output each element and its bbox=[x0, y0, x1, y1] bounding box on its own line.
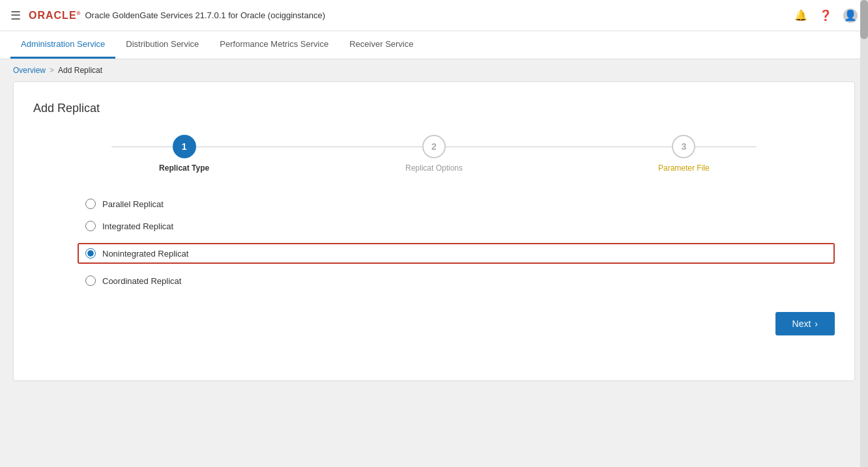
tab-distribution-service[interactable]: Distribution Service bbox=[115, 31, 209, 59]
stepper: 1 Replicat Type 2 Replicat Options 3 Par… bbox=[33, 135, 835, 173]
breadcrumb-overview[interactable]: Overview bbox=[13, 66, 46, 75]
stepper-item-2: 2 Replicat Options bbox=[309, 135, 558, 173]
stepper-item-3: 3 Parameter File bbox=[559, 135, 809, 173]
step-circle-3: 3 bbox=[672, 135, 695, 158]
radio-parallel-input[interactable] bbox=[85, 199, 96, 209]
radio-nonintegrated-label: Nonintegrated Replicat bbox=[102, 249, 188, 259]
step-circle-2: 2 bbox=[422, 135, 446, 158]
nav-tabs: Administration Service Distribution Serv… bbox=[0, 31, 868, 59]
footer-actions: Next › bbox=[33, 312, 835, 335]
next-button[interactable]: Next › bbox=[775, 312, 835, 335]
radio-coordinated-replicat[interactable]: Coordinated Replicat bbox=[85, 276, 835, 286]
scrollbar-track[interactable] bbox=[860, 0, 868, 394]
page-title: Add Replicat bbox=[33, 102, 835, 115]
radio-nonintegrated-input[interactable] bbox=[85, 248, 96, 259]
next-arrow-icon: › bbox=[815, 318, 818, 329]
menu-icon[interactable]: ☰ bbox=[10, 8, 21, 23]
step-circle-1: 1 bbox=[173, 135, 196, 158]
radio-nonintegrated-replicat[interactable]: Nonintegrated Replicat bbox=[78, 243, 835, 264]
breadcrumb-current: Add Replicat bbox=[58, 66, 102, 75]
next-button-label: Next bbox=[792, 318, 811, 329]
breadcrumb-separator: > bbox=[50, 66, 54, 75]
help-icon[interactable]: ❓ bbox=[818, 8, 833, 23]
main-content: Add Replicat 1 Replicat Type 2 Replicat … bbox=[0, 81, 868, 394]
radio-integrated-replicat[interactable]: Integrated Replicat bbox=[85, 221, 835, 231]
tab-performance-metrics-service[interactable]: Performance Metrics Service bbox=[209, 31, 339, 59]
breadcrumb: Overview > Add Replicat bbox=[0, 59, 868, 81]
add-replicat-card: Add Replicat 1 Replicat Type 2 Replicat … bbox=[13, 81, 855, 381]
tab-administration-service[interactable]: Administration Service bbox=[10, 31, 115, 59]
step-label-2: Replicat Options bbox=[405, 163, 463, 173]
replicat-type-radio-group: Parallel Replicat Integrated Replicat No… bbox=[33, 199, 835, 286]
header: ☰ ORACLE® Oracle GoldenGate Services 21.… bbox=[0, 0, 868, 31]
oracle-logo: ORACLE® bbox=[29, 10, 81, 21]
radio-parallel-replicat[interactable]: Parallel Replicat bbox=[85, 199, 835, 209]
radio-coordinated-label: Coordinated Replicat bbox=[102, 276, 181, 286]
radio-integrated-label: Integrated Replicat bbox=[102, 221, 173, 231]
header-icons: 🔔 ❓ 👤 bbox=[794, 8, 858, 23]
scrollbar-thumb[interactable] bbox=[860, 0, 868, 39]
radio-parallel-label: Parallel Replicat bbox=[102, 199, 164, 209]
user-avatar[interactable]: 👤 bbox=[843, 8, 858, 23]
stepper-item-1: 1 Replicat Type bbox=[59, 135, 309, 173]
tab-receiver-service[interactable]: Receiver Service bbox=[339, 31, 424, 59]
step-label-3: Parameter File bbox=[658, 163, 710, 173]
app-title: Oracle GoldenGate Services 21.7.0.1 for … bbox=[85, 10, 325, 20]
notification-icon[interactable]: 🔔 bbox=[794, 8, 808, 23]
radio-coordinated-input[interactable] bbox=[85, 276, 96, 286]
step-label-1: Replicat Type bbox=[159, 163, 209, 173]
radio-integrated-input[interactable] bbox=[85, 221, 96, 231]
